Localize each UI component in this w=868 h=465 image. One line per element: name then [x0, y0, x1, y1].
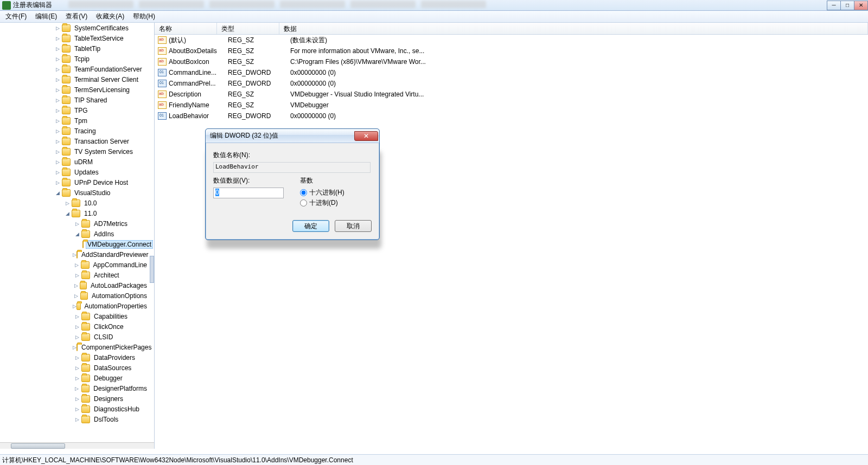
tree-item[interactable]: ▷ TV System Services: [0, 146, 149, 157]
menu-help[interactable]: 帮助(H): [130, 11, 158, 22]
expand-icon[interactable]: ▷: [63, 201, 72, 206]
tree-item[interactable]: ▷ AppCommandLine: [0, 260, 149, 270]
expand-icon[interactable]: ▷: [53, 87, 62, 93]
menu-edit[interactable]: 编辑(E): [32, 11, 60, 22]
col-data[interactable]: 数据: [279, 23, 868, 34]
expand-icon[interactable]: ▷: [73, 396, 81, 402]
tree-item[interactable]: ▷ Tcpip: [0, 54, 149, 64]
expand-icon[interactable]: ▷: [53, 159, 62, 165]
radio-dec[interactable]: [300, 199, 307, 206]
tree-item[interactable]: ▷ TermServLicensing: [0, 85, 149, 95]
expand-icon[interactable]: ▷: [73, 273, 81, 278]
tree-item[interactable]: ▷ TableTextService: [0, 33, 149, 43]
tree-item[interactable]: VMDebugger.Connect: [0, 239, 149, 249]
tree-item[interactable]: ▷ SystemCertificates: [0, 23, 149, 33]
tree-item[interactable]: ▷ Updates: [0, 167, 149, 177]
tree-item[interactable]: ◢ AddIns: [0, 229, 149, 239]
sidebar-resizer[interactable]: [150, 256, 154, 283]
expand-icon[interactable]: ◢: [63, 211, 72, 216]
menu-view[interactable]: 查看(V): [62, 11, 91, 22]
tree-item[interactable]: ▷ AutomationOptions: [0, 290, 149, 301]
tree-item[interactable]: ▷ AutoLoadPackages: [0, 280, 149, 290]
expand-icon[interactable]: ▷: [53, 149, 62, 154]
tree-item[interactable]: ▷ Terminal Server Client: [0, 74, 149, 85]
tree-item[interactable]: ▷ TIP Shared: [0, 95, 149, 105]
expand-icon[interactable]: ▷: [53, 108, 62, 113]
list-row[interactable]: LoadBehavior REG_DWORD 0x00000000 (0): [155, 111, 868, 121]
registry-tree[interactable]: ▷ SystemCertificates ▷ TableTextService …: [0, 23, 154, 442]
tree-item[interactable]: ▷ DslTools: [0, 414, 149, 424]
expand-icon[interactable]: ▷: [53, 139, 62, 144]
tree-item[interactable]: ▷ DiagnosticsHub: [0, 404, 149, 414]
close-button[interactable]: ✕: [854, 1, 868, 10]
tree-item[interactable]: ▷ TPG: [0, 105, 149, 115]
tree-horizontal-scrollbar[interactable]: [0, 442, 154, 449]
expand-icon[interactable]: ▷: [73, 314, 81, 319]
expand-icon[interactable]: ▷: [73, 417, 81, 422]
expand-icon[interactable]: ◢: [73, 231, 81, 237]
tree-item[interactable]: ▷ TabletTip: [0, 43, 149, 54]
dialog-close-button[interactable]: ✕: [354, 131, 378, 141]
expand-icon[interactable]: ▷: [73, 345, 76, 350]
expand-icon[interactable]: ▷: [73, 221, 81, 227]
expand-icon[interactable]: ▷: [73, 324, 81, 330]
tree-item[interactable]: ▷ DesignerPlatforms: [0, 383, 149, 393]
menu-file[interactable]: 文件(F): [2, 11, 30, 22]
minimize-button[interactable]: ─: [827, 1, 841, 10]
expand-icon[interactable]: ▷: [53, 98, 62, 103]
tree-item[interactable]: ▷ Debugger: [0, 373, 149, 383]
expand-icon[interactable]: ▷: [53, 25, 62, 31]
list-row[interactable]: Description REG_SZ VMDebugger - Visual S…: [155, 89, 868, 100]
expand-icon[interactable]: ▷: [73, 406, 81, 412]
list-row[interactable]: (默认) REG_SZ (数值未设置): [155, 35, 868, 46]
tree-item[interactable]: ▷ Tpm: [0, 115, 149, 126]
ok-button[interactable]: 确定: [292, 220, 329, 232]
tree-item[interactable]: ▷ Transaction Server: [0, 136, 149, 146]
dialog-titlebar[interactable]: 编辑 DWORD (32 位)值 ✕: [206, 129, 379, 143]
list-body[interactable]: (默认) REG_SZ (数值未设置) AboutBoxDetails REG_…: [155, 35, 868, 121]
list-row[interactable]: CommandLine... REG_DWORD 0x00000000 (0): [155, 67, 868, 78]
tree-item[interactable]: ▷ CLSID: [0, 332, 149, 342]
expand-icon[interactable]: ▷: [73, 386, 81, 391]
cancel-button[interactable]: 取消: [335, 220, 372, 232]
expand-icon[interactable]: ▷: [53, 77, 62, 82]
tree-item[interactable]: ▷ ComponentPickerPages: [0, 342, 149, 352]
tree-item[interactable]: ▷ AutomationProperties: [0, 301, 149, 311]
col-name[interactable]: 名称: [155, 23, 217, 34]
list-row[interactable]: AboutBoxIcon REG_SZ C:\Program Files (x8…: [155, 56, 868, 67]
tree-item[interactable]: ▷ uDRM: [0, 157, 149, 167]
expand-icon[interactable]: ▷: [53, 170, 62, 175]
tree-item[interactable]: ▷ Tracing: [0, 126, 149, 136]
tree-item[interactable]: ▷ Designers: [0, 393, 149, 404]
maximize-button[interactable]: □: [840, 1, 854, 10]
expand-icon[interactable]: ▷: [53, 67, 62, 72]
expand-icon[interactable]: ▷: [53, 128, 62, 134]
expand-icon[interactable]: ▷: [53, 180, 62, 185]
expand-icon[interactable]: ▷: [73, 252, 76, 257]
expand-icon[interactable]: ◢: [53, 190, 62, 196]
tree-item[interactable]: ▷ Architect: [0, 270, 149, 280]
list-row[interactable]: FriendlyName REG_SZ VMDebugger: [155, 100, 868, 111]
col-type[interactable]: 类型: [217, 23, 279, 34]
menu-favorites[interactable]: 收藏夹(A): [93, 11, 127, 22]
tree-item[interactable]: ▷ TeamFoundationServer: [0, 64, 149, 74]
expand-icon[interactable]: ▷: [73, 283, 80, 288]
list-row[interactable]: CommandPrel... REG_DWORD 0x00000000 (0): [155, 78, 868, 89]
expand-icon[interactable]: ▷: [73, 262, 81, 268]
value-data-input[interactable]: 0: [213, 188, 284, 198]
radio-hex[interactable]: [300, 189, 307, 196]
tree-item[interactable]: ◢ 11.0: [0, 208, 149, 218]
expand-icon[interactable]: ▷: [73, 376, 81, 381]
expand-icon[interactable]: ▷: [73, 303, 76, 309]
expand-icon[interactable]: ▷: [53, 56, 62, 62]
tree-item[interactable]: ▷ Capabilities: [0, 311, 149, 321]
expand-icon[interactable]: ▷: [53, 36, 62, 41]
expand-icon[interactable]: ▷: [73, 365, 81, 371]
expand-icon[interactable]: ▷: [53, 118, 62, 124]
tree-item[interactable]: ▷ DataSources: [0, 363, 149, 373]
tree-item[interactable]: ▷ DataProviders: [0, 352, 149, 363]
expand-icon[interactable]: ▷: [73, 355, 81, 360]
tree-item[interactable]: ▷ UPnP Device Host: [0, 177, 149, 188]
tree-item[interactable]: ◢ VisualStudio: [0, 188, 149, 198]
tree-item[interactable]: ▷ AddStandardPreviewer: [0, 249, 149, 260]
